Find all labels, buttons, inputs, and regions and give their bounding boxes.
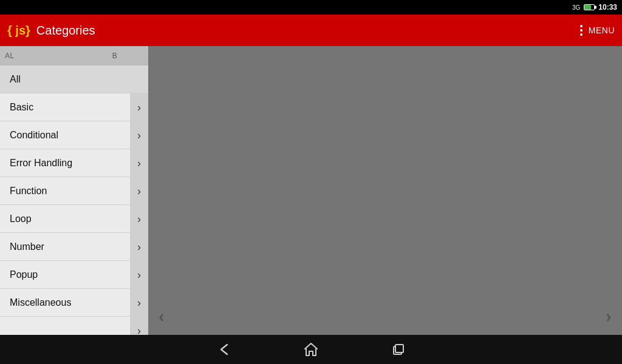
sidebar-item-popup-label: Popup (10, 269, 138, 280)
sidebar-item-conditional[interactable]: Conditional › (0, 121, 148, 149)
app-logo: { js} (7, 24, 30, 38)
back-icon (216, 342, 231, 357)
next-button[interactable]: › (595, 303, 622, 330)
sidebar-item-function[interactable]: Function › (0, 177, 148, 205)
chevron-right-icon: › (130, 205, 148, 233)
home-button[interactable] (298, 336, 324, 363)
sidebar-item-extra[interactable]: › (0, 317, 148, 335)
right-panel: ‹ › (148, 46, 622, 335)
app-bar: { js} Categories MENU (0, 15, 622, 46)
sidebar-item-miscellaneous[interactable]: Miscellaneous › (0, 289, 148, 317)
back-button[interactable] (210, 336, 237, 363)
recent-apps-icon (391, 342, 406, 357)
sidebar-item-loop-label: Loop (10, 214, 138, 224)
sidebar-header: AL B (0, 46, 148, 66)
nav-bar (0, 335, 622, 364)
logo-brace-close: } (26, 24, 30, 37)
logo-braces: { (7, 24, 15, 37)
chevron-right-icon: › (130, 317, 148, 335)
chevron-right-icon: › (130, 261, 148, 289)
logo-js: js (15, 24, 26, 37)
battery-fill (584, 5, 591, 10)
menu-button[interactable]: MENU (580, 25, 615, 36)
main-content: AL B All Basic › Conditional › Error Han… (0, 46, 622, 335)
sidebar-item-error-handling[interactable]: Error Handling › (0, 149, 148, 177)
chevron-right-icon: › (130, 121, 148, 149)
sidebar-item-all-label: All (10, 74, 138, 85)
sidebar-item-loop[interactable]: Loop › (0, 205, 148, 233)
menu-dots-icon (580, 25, 583, 36)
svg-rect-2 (395, 345, 403, 352)
recent-apps-button[interactable] (385, 336, 412, 363)
signal-indicator: 3G (572, 4, 580, 11)
chevron-right-icon: › (130, 233, 148, 261)
header-col2: B (112, 52, 118, 60)
prev-button[interactable]: ‹ (148, 303, 175, 330)
sidebar-item-popup[interactable]: Popup › (0, 261, 148, 289)
sidebar-item-error-handling-label: Error Handling (10, 158, 138, 169)
sidebar-item-miscellaneous-label: Miscellaneous (10, 297, 138, 308)
sidebar-item-number[interactable]: Number › (0, 233, 148, 261)
chevron-right-icon: › (130, 177, 148, 205)
sidebar-item-function-label: Function (10, 186, 138, 197)
page-title: Categories (36, 24, 580, 38)
sidebar-item-conditional-label: Conditional (10, 130, 138, 141)
sidebar-item-number-label: Number (10, 241, 138, 252)
menu-label: MENU (589, 25, 615, 35)
sidebar-item-basic-label: Basic (10, 102, 138, 113)
sidebar: AL B All Basic › Conditional › Error Han… (0, 46, 148, 335)
sidebar-item-all[interactable]: All (0, 66, 148, 93)
chevron-right-icon: › (130, 93, 148, 121)
clock: 10:33 (598, 3, 617, 12)
home-icon (303, 342, 319, 357)
battery-icon (584, 4, 595, 10)
sidebar-item-basic[interactable]: Basic › (0, 93, 148, 121)
status-bar: 3G 10:33 (0, 0, 622, 15)
header-col1: AL (5, 52, 15, 60)
chevron-right-icon: › (130, 149, 148, 177)
chevron-right-icon: › (130, 289, 148, 317)
svg-marker-0 (305, 343, 317, 356)
